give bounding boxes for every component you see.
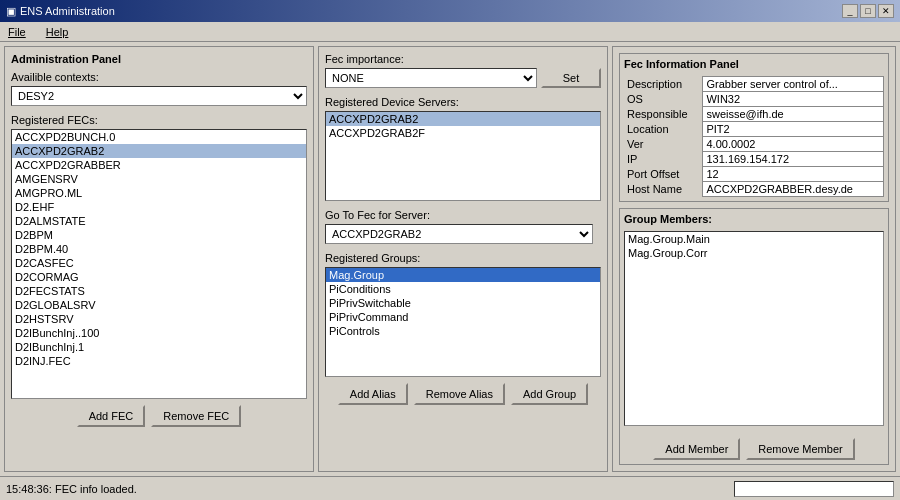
info-value: ACCXPD2GRABBER.desy.de [703,182,884,197]
status-text: 15:48:36: FEC info loaded. [6,483,726,495]
admin-panel: Administration Panel Availible contexts:… [4,46,314,472]
add-fec-button[interactable]: Add FEC [77,405,146,427]
add-member-button[interactable]: Add Member [653,438,740,460]
add-group-button[interactable]: Add Group [511,383,588,405]
list-item[interactable]: PiPrivSwitchable [326,296,600,310]
info-value: WIN32 [703,92,884,107]
list-item[interactable]: D2CORMAG [12,270,306,284]
info-value: sweisse@ifh.de [703,107,884,122]
list-item[interactable]: Mag.Group.Main [625,232,883,246]
list-item[interactable]: D2IBunchInj..100 [12,326,306,340]
list-item[interactable]: AMGENSRV [12,172,306,186]
info-label: Description [624,77,703,92]
admin-panel-title: Administration Panel [11,53,307,65]
add-alias-button[interactable]: Add Alias [338,383,408,405]
info-value: 4.00.0002 [703,137,884,152]
list-item[interactable]: D2INJ.FEC [12,354,306,368]
list-item[interactable]: ACCXPD2GRAB2 [326,112,600,126]
table-row: Responsible sweisse@ifh.de [624,107,884,122]
status-bar: 15:48:36: FEC info loaded. [0,476,900,500]
list-item[interactable]: D2FECSTATS [12,284,306,298]
list-item[interactable]: D2HSTSRV [12,312,306,326]
info-value: Grabber server control of... [703,77,884,92]
info-label: Responsible [624,107,703,122]
info-value: 12 [703,167,884,182]
title-bar-left: ▣ ENS Administration [6,5,115,18]
menu-help[interactable]: Help [42,25,73,39]
go-to-fec-row: ACCXPD2GRAB2 [325,224,601,244]
group-buttons: Add Alias Remove Alias Add Group [325,383,601,405]
fec-importance-row: NONE Set [325,68,601,88]
list-item[interactable]: AMGPRO.ML [12,186,306,200]
table-row: Description Grabber server control of... [624,77,884,92]
list-item[interactable]: ACCXPD2GRAB2 [12,144,306,158]
group-members-title: Group Members: [624,213,884,225]
right-inner: Fec Information Panel Description Grabbe… [619,53,889,465]
maximize-button[interactable]: □ [860,4,876,18]
registered-fecs-label: Registered FECs: [11,114,307,126]
list-item[interactable]: D2BPM.40 [12,242,306,256]
fec-info-panel: Fec Information Panel Description Grabbe… [619,53,889,202]
table-row: OS WIN32 [624,92,884,107]
table-row: Ver 4.00.0002 [624,137,884,152]
window-title: ENS Administration [20,5,115,17]
set-button[interactable]: Set [541,68,601,88]
info-value: PIT2 [703,122,884,137]
app-icon: ▣ [6,5,16,18]
info-label: Host Name [624,182,703,197]
registered-groups-label: Registered Groups: [325,252,601,264]
group-members-panel: Group Members: Mag.Group.Main Mag.Group.… [619,208,889,465]
table-row: Location PIT2 [624,122,884,137]
middle-panel: Fec importance: NONE Set Registered Devi… [318,46,608,472]
list-item[interactable]: D2BPM [12,228,306,242]
right-panel: Fec Information Panel Description Grabbe… [612,46,896,472]
remove-alias-button[interactable]: Remove Alias [414,383,505,405]
remove-member-button[interactable]: Remove Member [746,438,854,460]
minimize-button[interactable]: _ [842,4,858,18]
main-content: Administration Panel Availible contexts:… [0,42,900,476]
remove-fec-button[interactable]: Remove FEC [151,405,241,427]
list-item[interactable]: PiPrivCommand [326,310,600,324]
menu-file[interactable]: File [4,25,30,39]
fec-info-table: Description Grabber server control of...… [624,76,884,197]
fec-info-title: Fec Information Panel [624,58,884,70]
fec-importance-label: Fec importance: [325,53,601,65]
list-item[interactable]: Mag.Group.Corr [625,246,883,260]
status-input[interactable] [734,481,894,497]
list-item[interactable]: D2.EHF [12,200,306,214]
available-contexts-row: DESY2 [11,86,307,106]
close-button[interactable]: ✕ [878,4,894,18]
list-item[interactable]: ACCXPD2GRABBER [12,158,306,172]
fec-buttons: Add FEC Remove FEC [11,405,307,427]
group-members-listbox[interactable]: Mag.Group.Main Mag.Group.Corr [624,231,884,426]
list-item[interactable]: ACCXPD2GRAB2F [326,126,600,140]
fec-importance-select[interactable]: NONE [325,68,537,88]
table-row: Host Name ACCXPD2GRABBER.desy.de [624,182,884,197]
go-to-fec-select[interactable]: ACCXPD2GRAB2 [325,224,593,244]
member-buttons: Add Member Remove Member [624,438,884,460]
info-label: IP [624,152,703,167]
registered-device-servers-label: Registered Device Servers: [325,96,601,108]
info-label: OS [624,92,703,107]
go-to-fec-label: Go To Fec for Server: [325,209,601,221]
list-item[interactable]: PiControls [326,324,600,338]
groups-listbox[interactable]: Mag.Group PiConditions PiPrivSwitchable … [325,267,601,377]
available-contexts-select[interactable]: DESY2 [11,86,307,106]
table-row: Port Offset 12 [624,167,884,182]
list-item[interactable]: PiConditions [326,282,600,296]
title-bar: ▣ ENS Administration _ □ ✕ [0,0,900,22]
list-item[interactable]: Mag.Group [326,268,600,282]
info-label: Location [624,122,703,137]
table-row: IP 131.169.154.172 [624,152,884,167]
info-label: Ver [624,137,703,152]
list-item[interactable]: D2ALMSTATE [12,214,306,228]
list-item[interactable]: ACCXPD2BUNCH.0 [12,130,306,144]
list-item[interactable]: D2IBunchInj.1 [12,340,306,354]
device-servers-listbox[interactable]: ACCXPD2GRAB2 ACCXPD2GRAB2F [325,111,601,201]
info-value: 131.169.154.172 [703,152,884,167]
fecs-listbox[interactable]: ACCXPD2BUNCH.0 ACCXPD2GRAB2 ACCXPD2GRABB… [11,129,307,399]
menu-bar: File Help [0,22,900,42]
title-bar-controls[interactable]: _ □ ✕ [842,4,894,18]
list-item[interactable]: D2CASFEC [12,256,306,270]
list-item[interactable]: D2GLOBALSRV [12,298,306,312]
